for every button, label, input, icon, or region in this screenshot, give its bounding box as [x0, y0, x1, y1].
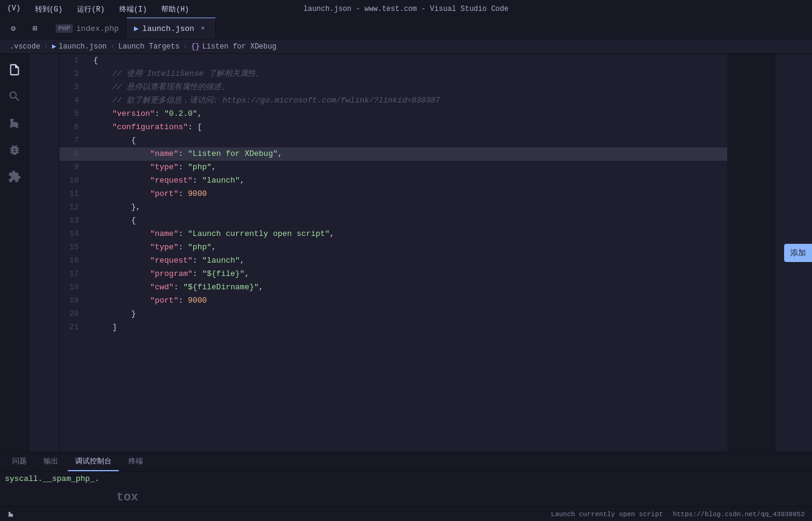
- line-content-5: "version": "0.2.0",: [88, 107, 727, 121]
- tab-launch-json[interactable]: ▶ launch.json ×: [127, 18, 216, 39]
- statusbar-left: [5, 510, 17, 517]
- tab-label-index-php: index.php: [76, 24, 119, 33]
- line-number-19: 19: [59, 294, 88, 308]
- sidebar-panel: [29, 54, 59, 452]
- breadcrumb: .vscode › ▶ launch.json › Launch Targets…: [0, 39, 812, 54]
- explorer-icon-btn[interactable]: [4, 59, 25, 81]
- settings-icon: ⚙: [11, 24, 16, 33]
- line-number-2: 2: [59, 67, 88, 81]
- line-number-17: 17: [59, 267, 88, 281]
- breadcrumb-launch-json[interactable]: launch.json: [59, 42, 107, 51]
- line-content-8: "name": "Listen for XDebug",: [88, 147, 727, 161]
- status-blog-link[interactable]: https://blog.csdn.net/qq_43938052: [670, 511, 807, 518]
- line-content-16: "request": "launch",: [88, 254, 727, 267]
- tab-close-button[interactable]: ×: [198, 24, 208, 33]
- line-number-13: 13: [59, 214, 88, 227]
- line-number-3: 3: [59, 81, 88, 94]
- main-area: 1{2 // 使用 IntelliSense 了解相关属性。3 // 悬停以查看…: [0, 54, 812, 452]
- code-line-1: 1{: [59, 54, 727, 67]
- breadcrumb-sep-1: ›: [44, 42, 48, 51]
- code-line-17: 17 "program": "${file}",: [59, 267, 727, 281]
- line-number-20: 20: [59, 308, 88, 321]
- line-content-18: "cwd": "${fileDirname}",: [88, 281, 727, 294]
- debug-icon-btn[interactable]: [4, 139, 25, 161]
- code-line-18: 18 "cwd": "${fileDirname}",: [59, 281, 727, 294]
- panel-content: syscall.__spam_php_.: [0, 472, 812, 506]
- line-content-7: {: [88, 134, 727, 147]
- titlebar: (V) 转到(G) 运行(R) 终端(I) 帮助(H) launch.json …: [0, 0, 812, 18]
- code-line-19: 19 "port": 9000: [59, 294, 727, 308]
- code-line-7: 7 {: [59, 134, 727, 147]
- statusbar-right: Launch currently open script https://blo…: [548, 511, 807, 518]
- code-line-16: 16 "request": "launch",: [59, 254, 727, 267]
- tab-label-launch-json: launch.json: [142, 24, 195, 33]
- code-line-8: 8 "name": "Listen for XDebug",: [59, 147, 727, 161]
- minimap: [727, 54, 776, 452]
- git-icon-btn[interactable]: [4, 112, 25, 134]
- breadcrumb-vscode[interactable]: .vscode: [10, 42, 40, 51]
- tab-index-php[interactable]: PHP index.php: [48, 18, 127, 39]
- line-number-18: 18: [59, 281, 88, 294]
- line-content-4: // 欲了解更多信息，请访问: https://go.microsoft.com…: [88, 94, 727, 107]
- line-number-5: 5: [59, 107, 88, 121]
- line-content-12: },: [88, 201, 727, 214]
- line-number-21: 21: [59, 321, 88, 334]
- breadcrumb-launch-targets[interactable]: Launch Targets: [118, 42, 179, 51]
- panel-tab-output[interactable]: 输出: [36, 452, 65, 471]
- right-panel: 添加: [776, 54, 812, 452]
- code-line-20: 20 }: [59, 308, 727, 321]
- extensions-icon-btn[interactable]: [4, 166, 25, 187]
- editor[interactable]: 1{2 // 使用 IntelliSense 了解相关属性。3 // 悬停以查看…: [59, 54, 727, 452]
- line-content-11: "port": 9000: [88, 187, 727, 201]
- menu-help[interactable]: 帮助(H): [159, 3, 191, 16]
- line-number-1: 1: [59, 54, 88, 67]
- panel-tab-terminal[interactable]: 终端: [121, 452, 150, 471]
- statusbar: Launch currently open script https://blo…: [0, 506, 812, 521]
- menu-run[interactable]: 运行(R): [75, 3, 107, 16]
- breadcrumb-sep-3: ›: [183, 42, 187, 51]
- code-line-21: 21 ]: [59, 321, 727, 334]
- line-number-15: 15: [59, 241, 88, 254]
- line-number-7: 7: [59, 134, 88, 147]
- panel-tab-issues[interactable]: 问题: [5, 452, 34, 471]
- panel-tab-debug-console[interactable]: 调试控制台: [68, 452, 119, 471]
- tabbar-icons: ⚙ ⊞: [0, 18, 48, 39]
- line-content-2: // 使用 IntelliSense 了解相关属性。: [88, 67, 727, 81]
- line-content-13: {: [88, 214, 727, 227]
- breadcrumb-curly-icon: {}: [191, 42, 199, 51]
- line-number-8: 8: [59, 147, 88, 161]
- add-button[interactable]: 添加: [784, 244, 812, 262]
- code-line-11: 11 "port": 9000: [59, 187, 727, 201]
- breadcrumb-listen-xdebug[interactable]: Listen for XDebug: [202, 42, 276, 51]
- menu-goto[interactable]: 转到(G): [33, 3, 65, 16]
- remote-icon-btn[interactable]: ⊞: [27, 20, 44, 37]
- status-launch-text[interactable]: Launch currently open script: [548, 511, 665, 518]
- code-line-3: 3 // 悬停以查看现有属性的描述。: [59, 81, 727, 94]
- line-number-9: 9: [59, 161, 88, 174]
- line-content-19: "port": 9000: [88, 294, 727, 308]
- terminal-text: syscall.__spam_php_.: [5, 474, 99, 483]
- bottom-panel: 问题 输出 调试控制台 终端 syscall.__spam_php_.: [0, 452, 812, 506]
- code-line-5: 5 "version": "0.2.0",: [59, 107, 727, 121]
- line-number-4: 4: [59, 94, 88, 107]
- code-container: 1{2 // 使用 IntelliSense 了解相关属性。3 // 悬停以查看…: [59, 54, 727, 452]
- line-content-15: "type": "php",: [88, 241, 727, 254]
- remote-icon: ⊞: [33, 24, 38, 33]
- line-number-6: 6: [59, 121, 88, 134]
- breadcrumb-json-icon: ▶: [52, 42, 56, 51]
- search-icon-btn[interactable]: [4, 86, 25, 107]
- code-line-10: 10 "request": "launch",: [59, 174, 727, 187]
- line-content-3: // 悬停以查看现有属性的描述。: [88, 81, 727, 94]
- json-file-icon: ▶: [134, 24, 139, 33]
- code-line-12: 12 },: [59, 201, 727, 214]
- status-branch[interactable]: [5, 510, 17, 517]
- settings-icon-btn[interactable]: ⚙: [5, 20, 22, 37]
- activitybar: [0, 54, 29, 452]
- menu-terminal[interactable]: 终端(I): [117, 3, 150, 16]
- line-number-16: 16: [59, 254, 88, 267]
- code-line-4: 4 // 欲了解更多信息，请访问: https://go.microsoft.c…: [59, 94, 727, 107]
- line-number-10: 10: [59, 174, 88, 187]
- breadcrumb-sep-2: ›: [110, 42, 115, 51]
- menu-v[interactable]: (V): [5, 3, 23, 16]
- line-content-17: "program": "${file}",: [88, 267, 727, 281]
